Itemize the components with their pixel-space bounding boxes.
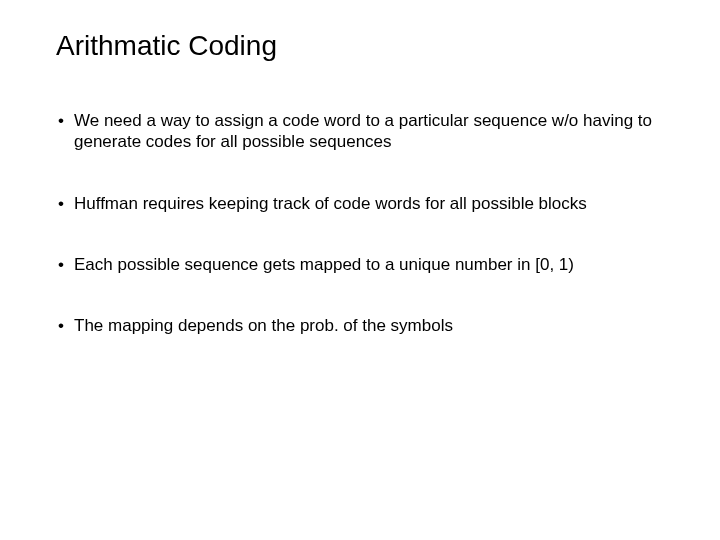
bullet-item: Each possible sequence gets mapped to a …	[56, 254, 664, 275]
bullet-item: We need a way to assign a code word to a…	[56, 110, 664, 153]
slide-title: Arithmatic Coding	[56, 30, 664, 62]
bullet-item: Huffman requires keeping track of code w…	[56, 193, 664, 214]
bullet-list: We need a way to assign a code word to a…	[56, 110, 664, 336]
bullet-item: The mapping depends on the prob. of the …	[56, 315, 664, 336]
